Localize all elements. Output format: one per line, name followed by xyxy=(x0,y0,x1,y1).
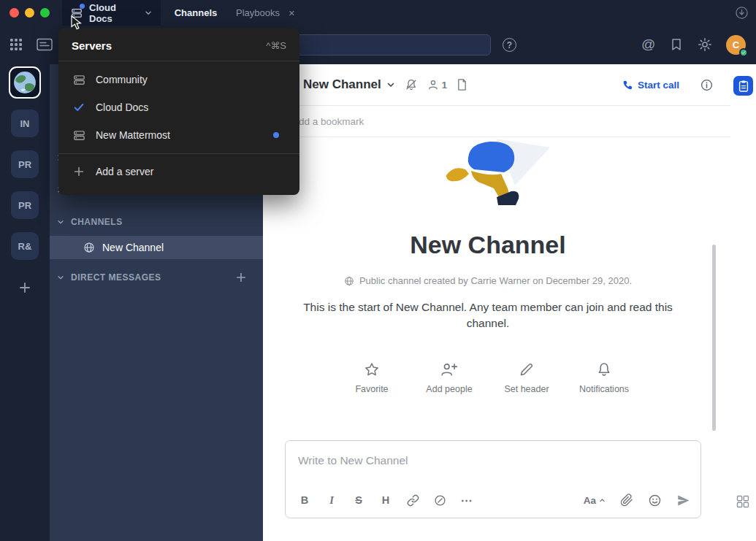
check-icon xyxy=(72,101,86,113)
person-plus-icon xyxy=(440,361,458,377)
channel-info-icon[interactable] xyxy=(700,79,713,91)
apps-grid-icon[interactable] xyxy=(736,495,749,508)
muted-bell-icon[interactable] xyxy=(405,78,418,91)
channel-intro-illustration xyxy=(426,139,550,213)
saved-posts-icon[interactable] xyxy=(671,38,682,51)
action-label: Notifications xyxy=(579,384,629,394)
message-composer[interactable]: Write to New Channel B I S H ⋯ Aa xyxy=(285,440,701,518)
close-tab-icon[interactable]: × xyxy=(289,7,295,18)
more-formatting-icon[interactable]: ⋯ xyxy=(458,494,476,507)
dm-category-header[interactable]: DIRECT MESSAGES xyxy=(50,267,263,288)
servers-menu-header: Servers ^⌘S xyxy=(58,28,299,61)
add-people-button[interactable]: Add people xyxy=(424,361,475,394)
menu-item-label: Community xyxy=(96,74,148,85)
plus-icon xyxy=(72,166,86,177)
channels-category-label: CHANNELS xyxy=(71,217,123,227)
team-initials: R& xyxy=(18,241,32,252)
tab-channels[interactable]: Channels xyxy=(167,0,225,26)
slash-circle-icon[interactable] xyxy=(431,494,448,507)
channel-intro: New Channel Public channel created by Ca… xyxy=(263,137,713,440)
search-input[interactable] xyxy=(289,34,491,55)
pinned-files-icon[interactable] xyxy=(457,78,467,91)
heading-button[interactable]: H xyxy=(377,494,394,506)
format-toggle-button[interactable]: Aa xyxy=(584,495,606,506)
add-server-label: Add a server xyxy=(96,166,153,177)
chevron-icon xyxy=(57,218,64,226)
dm-category-label: DIRECT MESSAGES xyxy=(71,272,161,283)
chevron-up-icon xyxy=(599,497,606,504)
server-icon xyxy=(72,129,86,142)
team-item[interactable]: IN xyxy=(11,110,39,137)
team-initials: PR xyxy=(18,200,31,211)
formatting-toolbar: B I S H ⋯ Aa xyxy=(296,488,690,512)
star-icon xyxy=(364,361,380,377)
favorite-button[interactable]: Favorite xyxy=(346,361,397,394)
team-item[interactable]: PR xyxy=(11,150,39,178)
menu-item-label: New Mattermost xyxy=(96,129,170,141)
unread-dot xyxy=(273,132,279,138)
team-item-active[interactable] xyxy=(9,66,41,99)
channel-menu-chevron-icon[interactable] xyxy=(386,80,395,89)
pencil-icon xyxy=(519,361,535,377)
boards-app-icon[interactable] xyxy=(733,76,753,96)
channel-header: New Channel 1 Start call xyxy=(263,64,730,106)
channel-intro-heading: New Channel xyxy=(410,231,565,259)
menu-item-new-mattermost[interactable]: New Mattermost xyxy=(58,121,299,149)
help-icon[interactable]: ? xyxy=(503,38,516,52)
add-bookmark-label[interactable]: Add a bookmark xyxy=(292,116,364,127)
channel-name: New Channel xyxy=(102,242,164,253)
online-status-badge xyxy=(739,48,748,57)
team-item[interactable]: R& xyxy=(11,232,39,260)
content-scrollbar[interactable] xyxy=(712,245,716,431)
send-message-icon[interactable] xyxy=(676,494,690,507)
user-avatar[interactable]: C xyxy=(726,35,746,55)
channels-product-icon[interactable] xyxy=(37,38,53,51)
start-call-button[interactable]: Start call xyxy=(622,80,679,91)
team-initials: PR xyxy=(18,159,31,170)
mentions-icon[interactable]: @ xyxy=(641,37,655,53)
add-server-button[interactable]: Add a server xyxy=(58,154,299,189)
menu-item-cloud-docs[interactable]: Cloud Docs xyxy=(58,93,299,121)
channel-title[interactable]: New Channel xyxy=(303,77,381,92)
settings-gear-icon[interactable] xyxy=(698,37,712,52)
menu-item-community[interactable]: Community xyxy=(58,66,299,93)
bold-button[interactable]: B xyxy=(296,494,313,506)
channels-category-header[interactable]: CHANNELS xyxy=(50,212,263,232)
server-icon xyxy=(72,74,86,86)
team-sidebar: IN PR PR R& xyxy=(0,64,50,541)
action-label: Set header xyxy=(504,384,549,394)
emoji-icon[interactable] xyxy=(648,494,662,507)
set-header-button[interactable]: Set header xyxy=(501,361,552,394)
members-button[interactable]: 1 xyxy=(427,79,447,91)
phone-icon xyxy=(622,80,633,91)
bookmark-bar[interactable]: Add a bookmark xyxy=(263,106,730,137)
strikethrough-button[interactable]: S xyxy=(350,494,367,506)
server-selector-label: Cloud Docs xyxy=(89,2,138,24)
close-window-button[interactable] xyxy=(9,8,19,18)
tab-playbooks-label: Playbooks xyxy=(236,7,280,18)
format-toggle-label: Aa xyxy=(584,495,596,506)
message-input-placeholder[interactable]: Write to New Channel xyxy=(298,454,408,467)
notifications-button[interactable]: Notifications xyxy=(579,361,630,394)
minimize-window-button[interactable] xyxy=(25,8,34,18)
mouse-cursor xyxy=(71,15,83,31)
link-icon[interactable] xyxy=(404,494,421,507)
product-switcher-icon[interactable] xyxy=(9,38,23,51)
action-label: Add people xyxy=(426,384,472,394)
add-team-button[interactable] xyxy=(11,274,39,302)
add-dm-icon[interactable] xyxy=(235,272,247,283)
team-item[interactable]: PR xyxy=(11,191,39,219)
user-avatar-initial: C xyxy=(733,39,739,50)
member-count: 1 xyxy=(442,80,447,91)
channel-created-text: Public channel created by Carrie Warner … xyxy=(359,275,632,286)
tab-playbooks[interactable]: Playbooks × xyxy=(236,0,295,26)
sidebar-item-new-channel[interactable]: New Channel xyxy=(50,236,263,259)
italic-button[interactable]: I xyxy=(323,494,340,507)
attach-file-icon[interactable] xyxy=(620,494,633,507)
servers-menu-shortcut: ^⌘S xyxy=(266,40,286,51)
main-content: New Channel 1 Start call Add a bookmark … xyxy=(263,64,730,541)
channel-intro-actions: Favorite Add people Set header Notificat… xyxy=(346,361,630,394)
fullscreen-window-button[interactable] xyxy=(40,8,50,18)
servers-menu: Servers ^⌘S Community Cloud Docs New Mat… xyxy=(58,28,299,195)
download-icon[interactable] xyxy=(735,6,749,20)
